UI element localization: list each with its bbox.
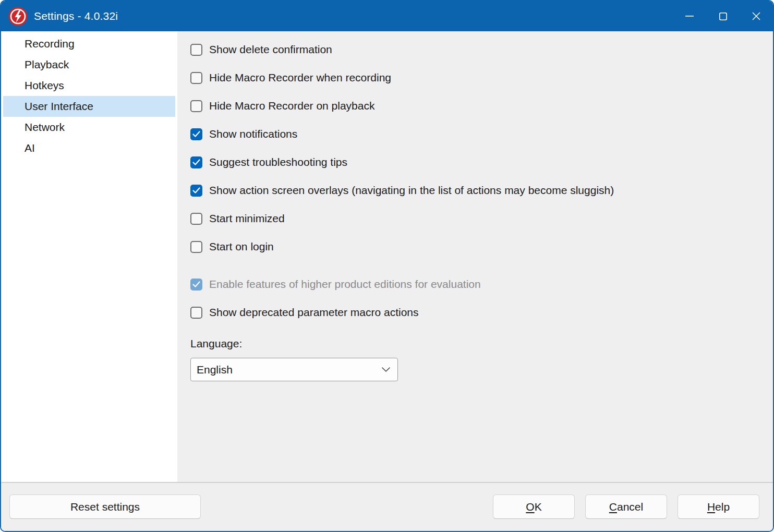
window-body: Recording Playback Hotkeys User Interfac… (1, 31, 773, 482)
cancel-label: Cancel (586, 501, 667, 513)
help-label: Help (678, 501, 759, 513)
reset-settings-label: Reset settings (10, 501, 200, 513)
sidebar-item-label: Network (25, 121, 65, 134)
checkbox[interactable] (190, 44, 202, 56)
checkbox-show-notifications[interactable]: Show notifications (190, 120, 763, 148)
checkbox-label: Start minimized (209, 212, 285, 225)
window-title: Settings - 4.0.32i (34, 10, 118, 22)
checkbox-show-deprecated-parameter-actions[interactable]: Show deprecated parameter macro actions (190, 298, 763, 327)
sidebar-item-playback[interactable]: Playback (3, 54, 175, 75)
sidebar-item-recording[interactable]: Recording (3, 33, 175, 54)
checkbox-label: Show deprecated parameter macro actions (209, 306, 419, 319)
cancel-button[interactable]: Cancel (585, 494, 667, 519)
checkmark-icon (192, 187, 200, 194)
checkbox[interactable] (190, 100, 202, 112)
checkbox-show-action-screen-overlays[interactable]: Show action screen overlays (navigating … (190, 176, 763, 204)
checkbox-label: Enable features of higher product editio… (209, 278, 481, 291)
checkmark-icon (192, 159, 200, 165)
sidebar-item-ai[interactable]: AI (3, 138, 175, 159)
settings-sidebar: Recording Playback Hotkeys User Interfac… (1, 31, 177, 482)
checkbox-label: Show delete confirmation (209, 43, 332, 56)
sidebar-item-network[interactable]: Network (3, 117, 175, 138)
window-controls (673, 1, 773, 31)
checkbox-label: Start on login (209, 240, 274, 253)
sidebar-item-label: Recording (25, 38, 75, 50)
checkbox-label: Hide Macro Recorder on playback (209, 100, 374, 112)
sidebar-item-label: Playback (25, 58, 69, 71)
checkbox[interactable] (190, 241, 202, 253)
maximize-button[interactable] (706, 1, 740, 31)
language-select[interactable]: English (190, 358, 398, 381)
language-label: Language: (190, 337, 763, 350)
sidebar-item-label: User Interface (25, 100, 93, 113)
checkbox-hide-on-playback[interactable]: Hide Macro Recorder on playback (190, 92, 763, 120)
sidebar-item-user-interface[interactable]: User Interface (3, 96, 175, 117)
checkmark-icon (192, 281, 200, 287)
checkbox[interactable] (190, 156, 202, 168)
checkbox-show-delete-confirmation[interactable]: Show delete confirmation (190, 35, 763, 64)
checkbox[interactable] (190, 72, 202, 84)
settings-window: Settings - 4.0.32i Recording Playback Ho… (0, 0, 774, 532)
checkbox[interactable] (190, 307, 202, 319)
app-icon (8, 7, 28, 26)
checkbox[interactable] (190, 128, 202, 140)
reset-settings-button[interactable]: Reset settings (9, 494, 201, 519)
checkbox[interactable] (190, 185, 202, 197)
ok-label: OK (493, 501, 574, 513)
sidebar-item-hotkeys[interactable]: Hotkeys (3, 75, 175, 96)
sidebar-item-label: Hotkeys (25, 79, 64, 92)
checkbox-suggest-troubleshooting-tips[interactable]: Suggest troubleshooting tips (190, 148, 763, 176)
checkbox-label: Show notifications (209, 128, 297, 140)
chevron-down-icon (382, 367, 390, 372)
checkbox-enable-higher-edition-features: Enable features of higher product editio… (190, 270, 763, 298)
checkbox-start-minimized[interactable]: Start minimized (190, 204, 763, 233)
settings-panel-user-interface: Show delete confirmation Hide Macro Reco… (177, 31, 773, 482)
checkbox-label: Suggest troubleshooting tips (209, 156, 347, 168)
checkbox-label: Show action screen overlays (navigating … (209, 184, 614, 197)
ok-button[interactable]: OK (493, 494, 575, 519)
checkmark-icon (192, 131, 200, 137)
minimize-button[interactable] (673, 1, 706, 31)
help-button[interactable]: Help (678, 494, 759, 519)
checkbox-start-on-login[interactable]: Start on login (190, 233, 763, 261)
checkbox-hide-when-recording[interactable]: Hide Macro Recorder when recording (190, 64, 763, 92)
checkbox[interactable] (190, 213, 202, 225)
language-selected-value: English (197, 364, 233, 376)
sidebar-item-label: AI (25, 142, 35, 154)
dialog-footer: Reset settings OK Cancel Help (1, 482, 773, 531)
close-button[interactable] (740, 1, 773, 31)
titlebar[interactable]: Settings - 4.0.32i (1, 1, 773, 31)
checkbox-label: Hide Macro Recorder when recording (209, 71, 391, 84)
checkbox (190, 279, 202, 291)
